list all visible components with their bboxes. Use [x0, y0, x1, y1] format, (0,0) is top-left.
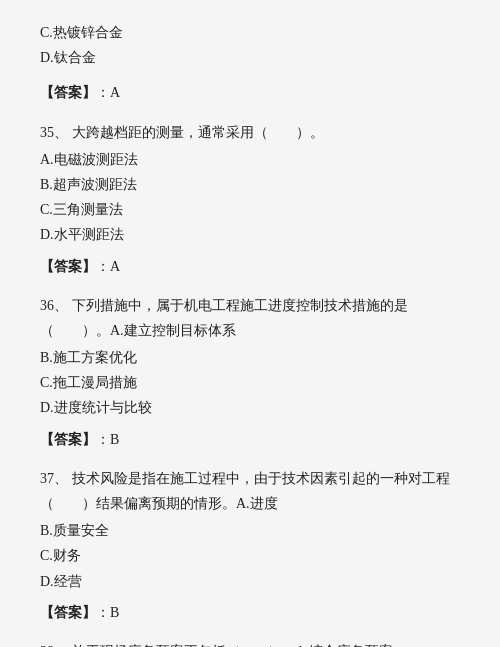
question-38: 38、 施工现场应急预案不包括（ ）。A.综合应急预案 — [40, 639, 460, 647]
q34-option-d: D.钛合金 — [40, 45, 460, 70]
question-37: 37、 技术风险是指在施工过程中，由于技术因素引起的一种对工程（ ）结果偏离预期… — [40, 466, 460, 594]
q35-number: 35、 — [40, 125, 68, 140]
q34-remaining-options: C.热镀锌合金 D.钛合金 — [40, 20, 460, 70]
q36-text: 36、 下列措施中，属于机电工程施工进度控制技术措施的是（ ）。A.建立控制目标… — [40, 293, 460, 343]
question-35: 35、 大跨越档距的测量，通常采用（ ）。 A.电磁波测距法 B.超声波测距法 … — [40, 120, 460, 248]
q36-option-b: B.施工方案优化 — [40, 345, 460, 370]
q35-answer: 【答案】：A — [40, 254, 460, 279]
q35-text: 35、 大跨越档距的测量，通常采用（ ）。 — [40, 120, 460, 145]
q36-body: 下列措施中，属于机电工程施工进度控制技术措施的是（ ）。A.建立控制目标体系 — [40, 298, 408, 338]
q35-body: 大跨越档距的测量，通常采用（ ）。 — [72, 125, 324, 140]
q37-option-b: B.质量安全 — [40, 518, 460, 543]
q34-option-c: C.热镀锌合金 — [40, 20, 460, 45]
q36-option-d: D.进度统计与比较 — [40, 395, 460, 420]
q36-answer: 【答案】：B — [40, 427, 460, 452]
q38-text: 38、 施工现场应急预案不包括（ ）。A.综合应急预案 — [40, 639, 460, 647]
q37-number: 37、 — [40, 471, 68, 486]
q35-option-d: D.水平测距法 — [40, 222, 460, 247]
q37-answer: 【答案】：B — [40, 600, 460, 625]
q36-option-c: C.拖工漫局措施 — [40, 370, 460, 395]
q37-option-c: C.财务 — [40, 543, 460, 568]
q37-body: 技术风险是指在施工过程中，由于技术因素引起的一种对工程（ ）结果偏离预期的情形。… — [40, 471, 450, 511]
q34-answer: 【答案】：A — [40, 80, 460, 105]
question-36: 36、 下列措施中，属于机电工程施工进度控制技术措施的是（ ）。A.建立控制目标… — [40, 293, 460, 421]
q37-option-d: D.经营 — [40, 569, 460, 594]
q36-number: 36、 — [40, 298, 68, 313]
q35-option-a: A.电磁波测距法 — [40, 147, 460, 172]
q37-text: 37、 技术风险是指在施工过程中，由于技术因素引起的一种对工程（ ）结果偏离预期… — [40, 466, 460, 516]
q35-option-b: B.超声波测距法 — [40, 172, 460, 197]
q35-option-c: C.三角测量法 — [40, 197, 460, 222]
